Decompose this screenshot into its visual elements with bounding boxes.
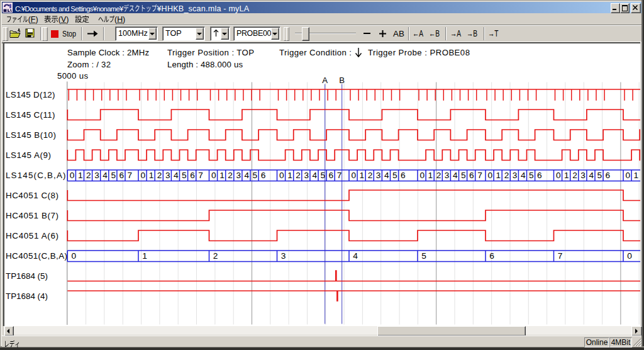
svg-text:LS145(C,B,A): LS145(C,B,A): [6, 171, 66, 180]
svg-text:1: 1: [142, 251, 147, 261]
svg-text:0: 0: [419, 171, 425, 180]
svg-text:4: 4: [353, 251, 358, 261]
svg-text:3: 3: [445, 171, 450, 180]
svg-text:Length : 488.000 us: Length : 488.000 us: [167, 60, 243, 69]
svg-text:Zoom : / 32: Zoom : / 32: [67, 60, 111, 69]
svg-text:5: 5: [461, 171, 466, 180]
svg-text:1: 1: [287, 171, 292, 180]
svg-text:2: 2: [296, 171, 301, 180]
svg-text:5: 5: [111, 171, 116, 180]
svg-text:0: 0: [625, 171, 630, 180]
svg-text:5: 5: [392, 171, 397, 180]
svg-text:6: 6: [261, 171, 266, 180]
svg-text:7: 7: [128, 171, 133, 180]
svg-text:6: 6: [606, 171, 611, 180]
svg-text:0: 0: [211, 171, 216, 180]
svg-text:1: 1: [219, 171, 225, 180]
svg-text:0: 0: [279, 171, 284, 180]
svg-text:2: 2: [572, 171, 577, 180]
svg-text:HC4051(C,B,A): HC4051(C,B,A): [6, 251, 67, 261]
svg-text:3: 3: [281, 251, 286, 261]
svg-text:4: 4: [384, 171, 389, 180]
svg-text:6: 6: [469, 171, 474, 180]
svg-text:1: 1: [496, 171, 501, 180]
svg-text:7: 7: [477, 171, 482, 180]
svg-text:6: 6: [537, 171, 542, 180]
svg-text:2: 2: [213, 251, 218, 261]
svg-text:5: 5: [597, 171, 602, 180]
svg-text:Trigger Condition :: Trigger Condition :: [279, 48, 352, 57]
svg-text:A: A: [322, 76, 328, 85]
svg-text:0: 0: [487, 171, 492, 180]
svg-text:0: 0: [627, 251, 632, 261]
svg-text:1: 1: [149, 171, 154, 180]
svg-text:6: 6: [329, 171, 334, 180]
svg-text:0: 0: [70, 171, 75, 180]
svg-text:2: 2: [504, 171, 509, 180]
svg-text:7: 7: [198, 171, 203, 180]
svg-text:3: 3: [94, 171, 99, 180]
svg-text:1: 1: [634, 171, 639, 180]
svg-text:4: 4: [453, 171, 458, 180]
svg-text:4: 4: [174, 171, 179, 180]
svg-text:3: 3: [513, 171, 518, 180]
svg-text:1: 1: [360, 171, 365, 180]
svg-text:3: 3: [304, 171, 309, 180]
svg-text:2: 2: [436, 171, 441, 180]
svg-text:0: 0: [141, 171, 146, 180]
svg-text:6: 6: [119, 171, 124, 180]
svg-text:2: 2: [368, 171, 373, 180]
svg-text:0: 0: [351, 171, 356, 180]
svg-text:4: 4: [103, 171, 108, 180]
svg-text:7: 7: [558, 251, 563, 261]
svg-text:7: 7: [337, 171, 342, 180]
svg-text:HC4051 B(7): HC4051 B(7): [6, 211, 58, 220]
svg-text:TP1684 (4): TP1684 (4): [6, 291, 48, 301]
svg-text:6: 6: [489, 251, 494, 261]
svg-text:1: 1: [78, 171, 83, 180]
svg-text:LS145 A(9): LS145 A(9): [6, 150, 51, 160]
svg-text:1: 1: [564, 171, 569, 180]
svg-text:LS145 D(12): LS145 D(12): [6, 90, 55, 99]
svg-text:3: 3: [580, 171, 586, 180]
svg-text:4: 4: [312, 171, 317, 180]
svg-text:Sample Clock : 2MHz: Sample Clock : 2MHz: [67, 48, 149, 57]
svg-text:5: 5: [529, 171, 534, 180]
svg-text:6: 6: [401, 171, 406, 180]
svg-text:5: 5: [253, 171, 258, 180]
svg-text:3: 3: [376, 171, 381, 180]
svg-text:5000 us: 5000 us: [57, 71, 88, 81]
svg-text:0: 0: [556, 171, 561, 180]
svg-text:6: 6: [190, 171, 195, 180]
svg-text:LS145 B(10): LS145 B(10): [6, 130, 56, 140]
svg-text:Trigger Position : TOP: Trigger Position : TOP: [167, 48, 254, 57]
svg-text:2: 2: [157, 171, 162, 180]
svg-text:HC4051 C(8): HC4051 C(8): [6, 191, 58, 200]
svg-text:HC4051 A(6): HC4051 A(6): [6, 231, 58, 240]
svg-text:5: 5: [421, 251, 426, 261]
svg-text:3: 3: [236, 171, 241, 180]
svg-text:3: 3: [165, 171, 170, 180]
svg-text:2: 2: [86, 171, 91, 180]
svg-text:4: 4: [521, 171, 526, 180]
svg-text:Trigger Probe : PROBE08: Trigger Probe : PROBE08: [368, 48, 470, 57]
svg-text:5: 5: [320, 171, 325, 180]
svg-text:LS145 C(11): LS145 C(11): [6, 110, 55, 120]
svg-text:2: 2: [228, 171, 233, 180]
svg-text:4: 4: [589, 171, 594, 180]
svg-text:TP1684 (5): TP1684 (5): [6, 271, 48, 281]
svg-text:1: 1: [428, 171, 433, 180]
svg-text:4: 4: [244, 171, 249, 180]
svg-text:5: 5: [182, 171, 187, 180]
svg-text:B: B: [339, 76, 345, 85]
svg-text:0: 0: [72, 251, 77, 261]
